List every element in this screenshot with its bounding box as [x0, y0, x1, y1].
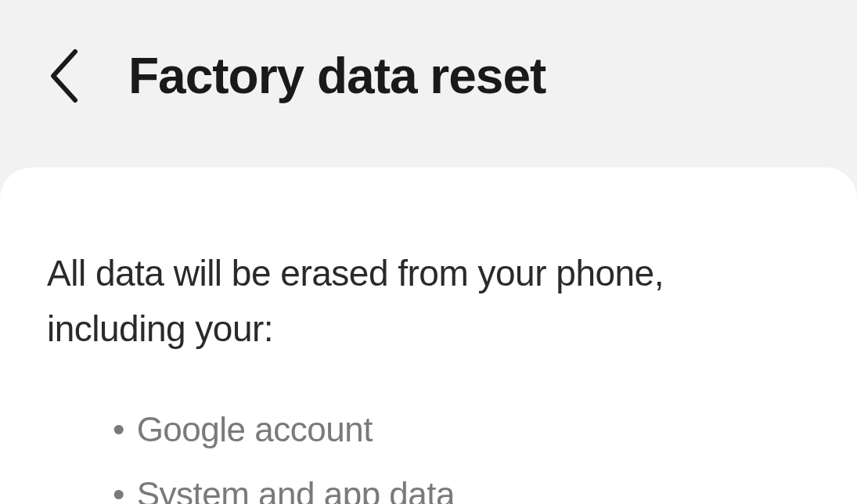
list-item: Google account [113, 397, 810, 463]
back-button[interactable] [47, 47, 81, 105]
page-title: Factory data reset [128, 47, 546, 105]
list-item: System and app data [113, 462, 810, 504]
header: Factory data reset [0, 0, 857, 167]
chevron-left-icon [47, 47, 81, 105]
erased-items-list: Google account System and app data [47, 397, 810, 504]
content-card: All data will be erased from your phone,… [0, 167, 857, 504]
description-text: All data will be erased from your phone,… [47, 246, 810, 358]
